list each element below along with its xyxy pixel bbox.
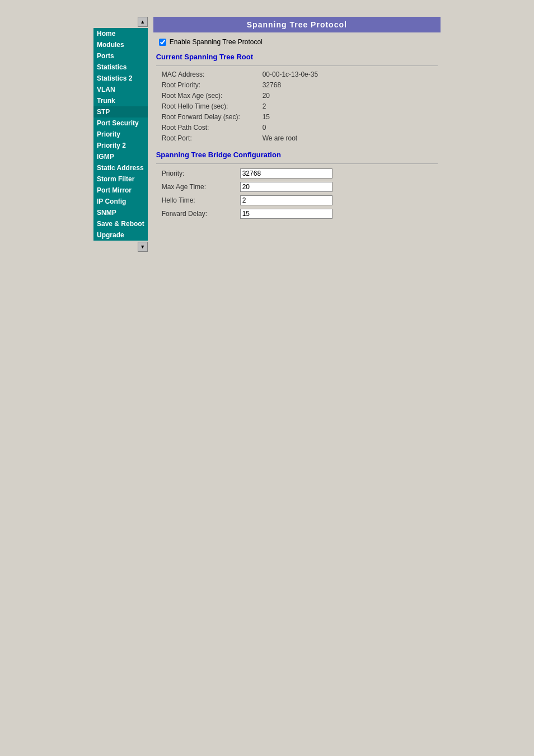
sidebar-item-modules[interactable]: Modules <box>93 39 148 50</box>
enable-stp-row: Enable Spanning Tree Protocol <box>153 38 441 46</box>
sidebar-item-priority2[interactable]: Priority 2 <box>93 140 148 151</box>
sidebar-item-stp[interactable]: STP <box>93 106 148 118</box>
config-row-hello-time: Hello Time: <box>162 195 441 205</box>
sidebar-item-save-reboot[interactable]: Save & Reboot <box>93 218 148 229</box>
sidebar-item-statistics[interactable]: Statistics <box>93 62 148 73</box>
root-info-row: Root Port:We are root <box>162 134 441 142</box>
config-input-max-age[interactable] <box>240 182 332 192</box>
sidebar-item-port-security[interactable]: Port Security <box>93 118 148 129</box>
root-info-row: Root Path Cost:0 <box>162 124 441 132</box>
root-info-row: Root Priority:32768 <box>162 81 441 89</box>
sidebar-item-port-mirror[interactable]: Port Mirror <box>93 185 148 196</box>
sidebar-item-home[interactable]: Home <box>93 28 148 39</box>
root-info-label: Root Max Age (sec): <box>162 92 263 100</box>
root-info-value: 00-00-1c-13-0e-35 <box>263 71 318 78</box>
sidebar-item-ip-config[interactable]: IP Config <box>93 196 148 207</box>
root-info-row: MAC Address:00-00-1c-13-0e-35 <box>162 71 441 78</box>
config-row-forward-delay: Forward Delay: <box>162 209 441 219</box>
root-info-label: Root Priority: <box>162 81 263 89</box>
root-info-value: 15 <box>263 113 270 121</box>
scroll-up-button[interactable]: ▲ <box>138 17 148 27</box>
config-label-max-age: Max Age Time: <box>162 183 240 191</box>
sidebar-item-trunk[interactable]: Trunk <box>93 95 148 106</box>
config-label-forward-delay: Forward Delay: <box>162 210 240 218</box>
root-info-label: MAC Address: <box>162 71 263 78</box>
config-label-priority: Priority: <box>162 170 240 177</box>
sidebar-item-igmp[interactable]: IGMP <box>93 151 148 162</box>
current-root-table: MAC Address:00-00-1c-13-0e-35Root Priori… <box>153 71 441 142</box>
sidebar: ▲ HomeModulesPortsStatisticsStatistics 2… <box>93 17 148 252</box>
root-info-value: 20 <box>263 92 270 100</box>
sidebar-item-statistics2[interactable]: Statistics 2 <box>93 73 148 84</box>
root-info-label: Root Forward Delay (sec): <box>162 113 263 121</box>
sidebar-item-priority[interactable]: Priority <box>93 129 148 140</box>
root-info-row: Root Max Age (sec):20 <box>162 92 441 100</box>
root-info-row: Root Forward Delay (sec):15 <box>162 113 441 121</box>
sidebar-item-ports[interactable]: Ports <box>93 50 148 62</box>
root-info-row: Root Hello Time (sec):2 <box>162 102 441 110</box>
root-info-value: 2 <box>263 102 266 110</box>
root-info-value: 32768 <box>263 81 281 89</box>
config-row-max-age: Max Age Time: <box>162 182 441 192</box>
bridge-config-table: Priority:Max Age Time:Hello Time:Forward… <box>153 168 441 219</box>
root-info-value: We are root <box>263 134 297 142</box>
config-input-priority[interactable] <box>240 168 332 179</box>
main-content: Spanning Tree Protocol Enable Spanning T… <box>148 17 441 252</box>
scroll-down-button[interactable]: ▼ <box>138 242 148 252</box>
enable-stp-checkbox[interactable] <box>159 39 166 46</box>
config-input-forward-delay[interactable] <box>240 209 332 219</box>
sidebar-item-vlan[interactable]: VLAN <box>93 84 148 95</box>
sidebar-item-static-address[interactable]: Static Address <box>93 162 148 173</box>
root-info-label: Root Port: <box>162 134 263 142</box>
current-root-title: Current Spanning Tree Root <box>153 53 441 61</box>
page-title: Spanning Tree Protocol <box>153 17 441 32</box>
enable-stp-label: Enable Spanning Tree Protocol <box>170 38 263 46</box>
bridge-config-title: Spanning Tree Bridge Configuration <box>153 151 441 159</box>
root-info-value: 0 <box>263 124 266 132</box>
sidebar-item-upgrade[interactable]: Upgrade <box>93 229 148 241</box>
sidebar-item-storm-filter[interactable]: Storm Filter <box>93 173 148 185</box>
root-info-label: Root Path Cost: <box>162 124 263 132</box>
config-label-hello-time: Hello Time: <box>162 196 240 204</box>
config-row-priority: Priority: <box>162 168 441 179</box>
root-info-label: Root Hello Time (sec): <box>162 102 263 110</box>
sidebar-item-snmp[interactable]: SNMP <box>93 207 148 218</box>
config-input-hello-time[interactable] <box>240 195 332 205</box>
